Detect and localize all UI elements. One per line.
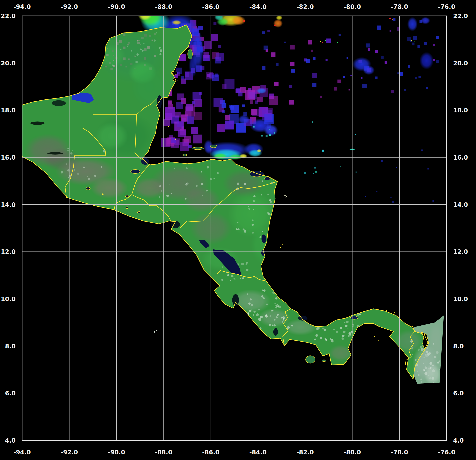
tick-label-left-5: 12.0 [1,248,16,255]
sparkle-green2 [337,42,338,43]
tick-label-top-1: -92.0 [61,3,78,10]
tabasco-wetland-dark [52,100,66,106]
tick-label-top-9: -76.0 [438,3,455,10]
map-figure: -94.0-94.0-92.0-92.0-90.0-90.0-88.0-88.0… [0,0,476,460]
tick-label-left-0: 22.0 [1,13,16,20]
bloom-yellow-streak [172,20,181,25]
tick-label-right-0: 22.0 [453,13,468,20]
san-blas-cay3 [394,312,395,313]
lake-coatepeque [126,207,128,209]
cyan-speck [312,121,313,123]
coiba-island [306,356,315,363]
tick-label-bottom-1: -92.0 [61,449,78,456]
tick-label-bottom-7: -80.0 [344,449,361,456]
corn-island2 [282,244,283,245]
tick-label-right-9: 4.0 [453,437,464,444]
tick-label-bottom-4: -86.0 [202,449,219,456]
sparkle-yellow [320,41,321,42]
tick-label-left-2: 18.0 [1,107,16,114]
honduras-east-highland [182,187,220,213]
lake-izabal [131,170,140,174]
turneffe-cay [168,126,169,127]
tick-label-top-5: -84.0 [249,3,267,10]
tick-label-right-5: 12.0 [453,248,468,255]
san-blas-cay2 [386,310,387,311]
blue-cluster-west3 [238,115,250,124]
tick-label-bottom-0: -94.0 [13,449,31,456]
pearl-island2 [378,340,379,341]
roatan-island [192,147,204,149]
pearl-lagoon [261,234,266,243]
topright-red-speck2 [392,19,393,20]
jamaica-channel-blue2 [363,65,375,75]
cebaco-island [322,360,326,362]
tick-label-left-1: 20.0 [1,60,16,67]
cozumel-island [188,49,192,59]
tick-label-left-9: 4.0 [5,437,16,444]
chetumal-bay [157,95,162,109]
tick-label-left-4: 14.0 [1,201,16,208]
honduras-bloom-yellow [239,154,247,159]
glover-cay [175,139,176,140]
tick-label-bottom-6: -82.0 [296,449,314,456]
swath-gray2 [429,322,443,360]
sparkle-green3 [414,41,415,42]
topright-blue1 [407,17,418,31]
utila-island [182,154,187,156]
golfo-dulce-dark [273,328,278,336]
lake-atitlan [86,187,90,190]
tick-label-top-3: -88.0 [155,3,172,10]
tick-label-right-7: 8.0 [453,343,464,350]
pacific-cloud-speck1 [154,331,155,333]
sparkle-yellow2 [411,40,412,41]
gatun-lake [350,316,358,319]
tick-label-top-6: -82.0 [296,3,314,10]
lake-guija [125,195,129,197]
tick-label-bottom-9: -76.0 [438,449,455,456]
tick-label-bottom-3: -88.0 [155,449,172,456]
tick-label-top-2: -90.0 [108,3,125,10]
honduras-bloom2-yellow [257,149,262,152]
tick-label-top-7: -80.0 [344,3,361,10]
honduras-bloom-green1 [213,153,227,159]
tick-label-left-3: 16.0 [1,154,16,161]
guatemala-volcanic [91,177,128,199]
sparkle-red [322,42,323,43]
topright-blue2 [421,17,430,24]
malpaso-reservoir [30,122,45,125]
topright-red-speck1 [389,17,391,19]
tick-label-top-0: -94.0 [13,3,31,10]
tick-label-top-8: -78.0 [391,3,408,10]
tick-label-top-4: -86.0 [202,3,219,10]
tick-label-bottom-5: -84.0 [249,449,267,456]
lake-ilopango [137,211,140,213]
top-patch2-red [274,24,276,26]
tick-label-right-1: 20.0 [453,60,468,67]
corn-island1 [280,247,281,248]
tick-label-left-8: 6.0 [5,390,16,397]
tick-label-right-2: 18.0 [453,107,468,114]
peten-bright [95,122,128,150]
tick-label-bottom-8: -78.0 [391,449,408,456]
pacific-cloud-speck2 [156,330,157,331]
quintana-bay1 [171,71,177,75]
tick-label-right-8: 6.0 [453,390,464,397]
top-patch-red [243,20,245,22]
tick-label-right-6: 10.0 [453,296,468,303]
tick-label-bottom-2: -90.0 [108,449,125,456]
pearl-island1 [374,336,375,337]
tick-label-right-3: 16.0 [453,154,468,161]
guanaja-island [210,145,217,148]
satellite-map-canvas: -94.0-94.0-92.0-92.0-90.0-90.0-88.0-88.0… [0,0,476,460]
chiapas-reservoir [47,152,63,154]
tick-label-left-6: 10.0 [1,296,16,303]
sparkle-green1 [325,40,326,41]
top-patch2-orange [273,19,283,28]
lake-amatitlan [102,193,104,195]
tick-label-right-4: 14.0 [453,201,468,208]
tick-label-left-7: 8.0 [5,343,16,350]
right-edge-darkblue [420,52,434,69]
